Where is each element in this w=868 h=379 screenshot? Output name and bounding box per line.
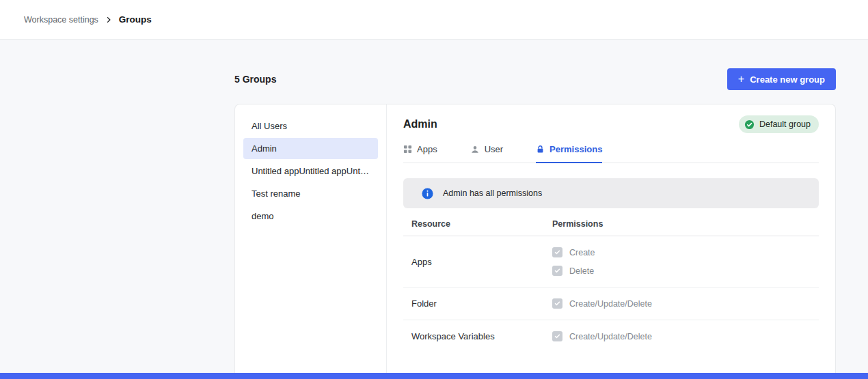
table-row-workspace-variables: Workspace Variables Create/Update/Delete bbox=[403, 320, 819, 352]
permissions-header: Permissions bbox=[545, 219, 819, 229]
groups-card: All Users Admin Untitled appUntitled app… bbox=[234, 104, 836, 374]
tab-apps[interactable]: Apps bbox=[403, 144, 437, 163]
breadcrumb-groups: Groups bbox=[119, 14, 152, 25]
checkbox-checked-icon[interactable] bbox=[552, 266, 562, 276]
green-check-icon bbox=[744, 120, 755, 130]
plus-icon: + bbox=[738, 74, 744, 85]
permissions-table: Resource Permissions Apps Create bbox=[403, 219, 819, 352]
permission-label: Delete bbox=[569, 266, 594, 276]
tab-permissions[interactable]: Permissions bbox=[536, 144, 602, 163]
create-new-group-label: Create new group bbox=[750, 74, 825, 85]
default-group-badge: Default group bbox=[739, 115, 819, 133]
resource-header: Resource bbox=[403, 219, 545, 229]
groups-sidebar: All Users Admin Untitled appUntitled app… bbox=[235, 104, 387, 374]
sidebar-item-demo[interactable]: demo bbox=[243, 206, 378, 227]
tab-bar: Apps User Permissions bbox=[403, 144, 819, 163]
table-row-folder: Folder Create/Update/Delete bbox=[403, 287, 819, 320]
permission-workspace-variables-cud: Create/Update/Delete bbox=[552, 331, 819, 341]
checkbox-checked-icon[interactable] bbox=[552, 298, 562, 309]
group-detail-header: Admin Default group bbox=[403, 115, 819, 133]
create-new-group-button[interactable]: + Create new group bbox=[727, 68, 836, 90]
default-group-label: Default group bbox=[759, 120, 811, 129]
groups-toolbar: 5 Groups + Create new group bbox=[234, 68, 836, 90]
permission-folder-cud: Create/Update/Delete bbox=[552, 298, 819, 309]
chevron-right-icon bbox=[105, 16, 113, 24]
group-title: Admin bbox=[403, 118, 437, 130]
tab-user[interactable]: User bbox=[470, 144, 503, 163]
tab-permissions-label: Permissions bbox=[550, 144, 602, 154]
sidebar-item-all-users[interactable]: All Users bbox=[243, 115, 378, 137]
checkbox-checked-icon[interactable] bbox=[552, 331, 562, 341]
resource-name: Workspace Variables bbox=[403, 331, 545, 341]
resource-name: Folder bbox=[403, 298, 545, 309]
permission-apps-create: Create bbox=[552, 247, 819, 257]
permissions-info-banner: Admin has all permissions bbox=[403, 178, 819, 208]
bottom-accent-bar bbox=[0, 373, 868, 379]
groups-count: 5 Groups bbox=[234, 74, 276, 85]
permission-label: Create/Update/Delete bbox=[569, 332, 652, 341]
permission-label: Create bbox=[569, 248, 595, 257]
group-detail: Admin Default group Apps bbox=[387, 104, 835, 374]
breadcrumb-workspace-settings[interactable]: Workspace settings bbox=[24, 15, 98, 25]
main-content: 5 Groups + Create new group All Users Ad… bbox=[234, 68, 836, 374]
tab-apps-label: Apps bbox=[417, 144, 437, 154]
tab-user-label: User bbox=[485, 144, 503, 154]
breadcrumb: Workspace settings Groups bbox=[24, 14, 152, 25]
sidebar-item-test-rename[interactable]: Test rename bbox=[243, 183, 378, 204]
apps-grid-icon bbox=[403, 145, 412, 154]
table-header-row: Resource Permissions bbox=[403, 219, 819, 236]
banner-text: Admin has all permissions bbox=[443, 188, 542, 198]
top-header: Workspace settings Groups bbox=[0, 0, 868, 40]
table-row-apps: Apps Create Delete bbox=[403, 236, 819, 287]
sidebar-item-admin[interactable]: Admin bbox=[243, 138, 378, 159]
user-icon bbox=[470, 145, 480, 154]
resource-name: Apps bbox=[403, 257, 545, 267]
permission-label: Create/Update/Delete bbox=[569, 299, 652, 309]
checkbox-checked-icon[interactable] bbox=[552, 247, 562, 257]
permission-apps-delete: Delete bbox=[552, 266, 819, 276]
sidebar-item-untitled-app[interactable]: Untitled appUntitled appUntitle… bbox=[243, 160, 378, 182]
lock-icon bbox=[536, 145, 545, 154]
info-icon bbox=[422, 188, 433, 199]
